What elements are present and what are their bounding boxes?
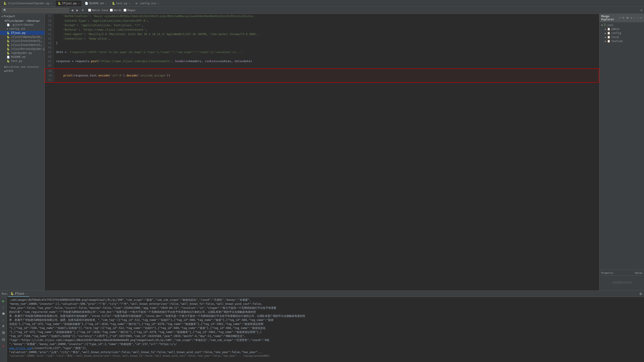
mongo-explorer-panel: Mongo Explorer + ↻ ⚙ ≡ ↑ ↓ ≈ ▼ 🗄 juzi ▶ …: [599, 14, 644, 291]
line-number-43: 43: [45, 41, 54, 45]
tab-itjuziinvesteventspider[interactable]: 🐍 itjuziInvesteventSpider.py ×: [1, 0, 55, 6]
tab-readme[interactable]: 📄 README.md ×: [82, 0, 109, 6]
sidebar-scratches[interactable]: ▶ Scratches and Consoles: [0, 65, 44, 69]
bottom-tab-itjuzi[interactable]: 🐍 ITjuzi ×: [8, 291, 29, 297]
sidebar-item-label: README.md: [11, 55, 26, 59]
run-up-button[interactable]: ↑: [2, 305, 5, 310]
sidebar-item-config-ini[interactable]: ⚙ config.ini: [0, 27, 44, 31]
editor-area[interactable]: 37 'Authorization': 'Bearer eyjbeXAiOiJK…: [45, 14, 599, 291]
close-tab-0[interactable]: ×: [51, 2, 52, 5]
close-tab-1[interactable]: ×: [78, 2, 80, 5]
search-filter-button[interactable]: ▼: [80, 8, 85, 12]
gitattributes-icon: 📄: [7, 23, 10, 26]
tab-config[interactable]: ⚙ config.ini ×: [133, 0, 161, 6]
mongo-collection-toutiao[interactable]: ▶ 📋 toutiao: [600, 39, 644, 43]
mongo-add-button[interactable]: +: [618, 16, 621, 20]
mongo-up-button[interactable]: ↑: [634, 16, 636, 20]
mongo-explorer-header: Mongo Explorer + ↻ ⚙ ≡ ↑ ↓ ≈: [600, 14, 644, 22]
sidebar-external[interactable]: ▶ 外部库: [0, 69, 44, 73]
run-output-line-12: www.itjuzi.com\/investfirm\/237","type":…: [9, 346, 642, 350]
sidebar: ▼ Project ▼ ITjuziSpider ~/Desktop/ 📄 .g…: [0, 14, 45, 291]
md-file-icon: 📄: [85, 2, 88, 5]
close-run-tab[interactable]: ×: [26, 292, 27, 295]
mongo-refresh-button[interactable]: ↻: [622, 16, 625, 20]
test-py-icon: 🐍: [112, 2, 115, 5]
mongo-down-button[interactable]: ↓: [636, 16, 639, 20]
run-settings-button[interactable]: ⚙: [639, 292, 642, 296]
run-pause-button[interactable]: ⏸: [1, 323, 6, 329]
search-prev-button[interactable]: ◀: [70, 8, 74, 12]
output-link[interactable]: www.itjuzi.com: [9, 347, 32, 350]
project-header[interactable]: ▼ Project: [0, 14, 44, 19]
search-next-button[interactable]: ▶: [76, 8, 79, 12]
highlight-block-bottom: 51: [45, 78, 599, 83]
match-case-checkbox[interactable]: [88, 9, 91, 12]
match-case-label: Match Case: [92, 9, 108, 12]
run-close-button[interactable]: ✕: [1, 344, 6, 349]
search-input[interactable]: [8, 9, 67, 12]
mongo-db-juzi[interactable]: ▼ 🗄 juzi: [600, 23, 644, 27]
search-options: Match Case Words Regex: [88, 9, 136, 12]
mongo-explorer-title: Mongo Explorer: [601, 15, 618, 21]
line-content-41: 'User-Agent': 'Mozilla/5.0 (Macintosh; I…: [54, 32, 599, 36]
tab-itjuzi[interactable]: 🐍 ITjuzi.py ×: [55, 0, 82, 6]
search-close-button[interactable]: ×: [640, 8, 642, 12]
root-arrow: ▼: [4, 19, 6, 22]
collection-name-config: config: [611, 31, 621, 35]
mongo-menu-button[interactable]: ≡: [630, 16, 632, 20]
search-icon: 🔍: [3, 9, 7, 12]
py-file-icon: 🐍: [3, 2, 6, 5]
run-stop-button[interactable]: ⏹: [1, 311, 6, 316]
mongo-collection-admin[interactable]: ▶ 📋 admin: [600, 27, 644, 31]
mongo-collection-config[interactable]: ▶ 📋 config: [600, 31, 644, 35]
line-number-39: 39: [45, 23, 54, 27]
regex-option[interactable]: Regex: [124, 9, 136, 12]
sidebar-item-logo-spyder[interactable]: 🐍 logoSpyder.py: [0, 51, 44, 55]
run-step-button[interactable]: ⊞: [1, 330, 6, 336]
investevent-spider-icon: 🐍: [7, 39, 10, 42]
run-play-button[interactable]: ▶: [1, 298, 6, 304]
sidebar-item-readme[interactable]: 📄 README.md: [0, 55, 44, 59]
code-line-46: 46: [45, 54, 599, 59]
scratches-label: Scratches and Consoles: [6, 65, 39, 68]
mongo-settings-button[interactable]: ⚙: [626, 16, 629, 20]
sidebar-item-persons-spider[interactable]: 🐍 itjuziPersonsSpider.py: [0, 47, 44, 51]
line-content-48: [54, 63, 599, 68]
sidebar-root[interactable]: ▼ ITjuziSpider ~/Desktop/: [0, 19, 44, 23]
run-output-line-11: ","money":"未透露","money_num":10000,"inves…: [9, 342, 642, 346]
regex-checkbox[interactable]: [124, 9, 126, 12]
sidebar-item-investevent-spider[interactable]: 🐍 itjuziInvesteventSpide: [0, 39, 44, 43]
property-empty: 没有要显示的内容: [601, 276, 642, 289]
close-tab-2[interactable]: ×: [105, 2, 106, 5]
sidebar-item-test-py[interactable]: 🐍 test.py: [0, 59, 44, 63]
main-layout: ▼ Project ▼ ITjuziSpider ~/Desktop/ 📄 .g…: [0, 14, 644, 291]
tab-test[interactable]: 🐍 test.py ×: [110, 0, 133, 6]
collection-name-toutiao: toutiao: [611, 39, 623, 43]
line-content-38: 'Content-Type': 'application/json;charse…: [54, 18, 599, 23]
sidebar-item-investments-spider[interactable]: 🐍 itjuziInvestmentsSpid: [0, 43, 44, 47]
tab-label: itjuziInvesteventSpider.py: [8, 2, 50, 5]
code-line-50: 50 print(response.text.encode('utf-8').d…: [45, 73, 599, 78]
words-option[interactable]: Words: [110, 9, 122, 12]
sidebar-item-company-spider[interactable]: 🐍 itjuziCompanySpider.p: [0, 35, 44, 39]
match-case-option[interactable]: Match Case: [88, 9, 108, 12]
code-line-45: 45 data = '{"pagetotal":58797,"total":0,…: [45, 50, 599, 54]
run-step2-button[interactable]: ⊟: [1, 337, 6, 343]
words-checkbox[interactable]: [110, 9, 113, 12]
sidebar-item-itjuzi-py[interactable]: 🐍 ITjuzi.py: [0, 31, 44, 35]
project-label: Project: [4, 15, 15, 18]
close-tab-4[interactable]: ×: [157, 2, 159, 5]
sidebar-item-gitattributes[interactable]: 📄 .gitattributes: [0, 23, 44, 27]
sidebar-item-label: itjuziCompanySpider.p: [11, 35, 43, 38]
line-content-46: [54, 54, 599, 59]
run-down-button[interactable]: ↓: [2, 317, 5, 323]
run-output-line-13: "valuation":10000,"prov":"山东","city":"青岛…: [9, 350, 642, 354]
code-line-48: 48: [45, 63, 599, 68]
line-number-51: 51: [45, 78, 54, 82]
sidebar-item-label: ITjuzi.py: [11, 31, 26, 34]
mongo-more-button[interactable]: ≈: [640, 16, 642, 20]
close-tab-3[interactable]: ×: [129, 2, 130, 5]
investments-spider-icon: 🐍: [7, 44, 10, 46]
mongo-collection-local[interactable]: ▶ 📋 local: [600, 35, 644, 39]
local-arrow: ▶: [605, 36, 606, 38]
